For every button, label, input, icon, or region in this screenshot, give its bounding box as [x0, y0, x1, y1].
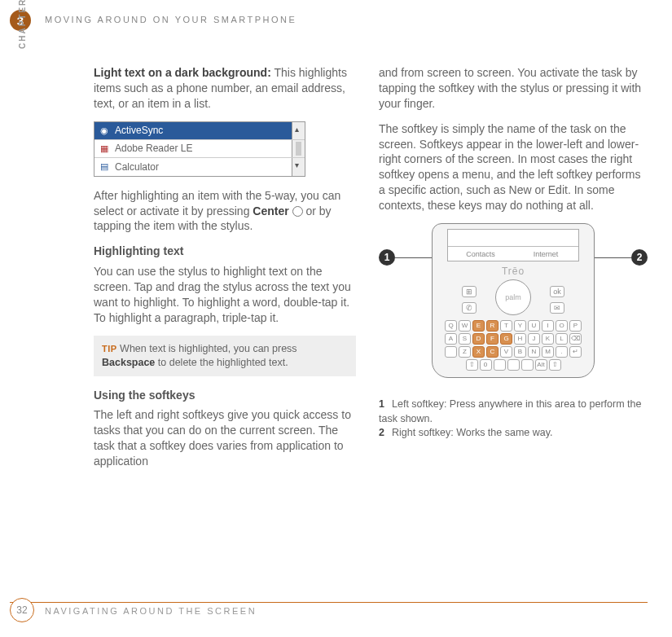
center-button-icon [292, 206, 303, 217]
device-keyboard: QWERTYUIOP ASDFGHJKL⌫ ZXCVBNM.↵ ⇧0Alt⇧ [442, 320, 584, 372]
keyboard-key: . [556, 346, 568, 358]
left-column: Light text on a dark background: This hi… [94, 65, 356, 479]
keyboard-key: ↵ [569, 346, 582, 358]
chapter-vertical-label: CHAPTER [18, 0, 27, 49]
legend-item: 2Right softkey: Works the same way. [379, 426, 648, 441]
device-illustration: Contacts Internet Trēo ⊞ ok ✆ ✉ palm QWE… [432, 223, 595, 378]
ok-key: ok [550, 286, 564, 297]
para-light-text: Light text on a dark background: This hi… [94, 65, 356, 112]
pdf-icon: ▦ [98, 142, 111, 155]
subhead-highlighting: Highlighting text [94, 244, 356, 259]
softkey-right-label: Internet [513, 247, 578, 261]
footer-section: NAVIGATING AROUND THE SCREEN [45, 606, 257, 616]
device-brand: Trēo [433, 265, 594, 278]
keyboard-key: A [445, 333, 457, 345]
windows-key-icon: ⊞ [462, 286, 477, 297]
para-softkey-desc: The softkey is simply the name of the ta… [379, 121, 648, 213]
list-item: ◉ ActiveSync [94, 122, 305, 140]
para-after-highlight: After highlighting an item with the 5-wa… [94, 188, 356, 235]
keyboard-key: N [528, 346, 540, 358]
bold-lead: Light text on a dark background: [94, 66, 271, 79]
keyboard-key: J [528, 333, 540, 345]
callout-2: 2 [631, 249, 648, 266]
keyboard-key: R [486, 320, 499, 332]
keyboard-key [494, 359, 506, 371]
keyboard-key: S [459, 333, 471, 345]
keyboard-key: L [556, 333, 568, 345]
tip-box: TIP When text is highlighted, you can pr… [94, 336, 356, 376]
phone-key-icon: ✆ [462, 302, 477, 314]
device-figure: 1 2 Contacts Internet Trēo ⊞ ok ✆ ✉ palm [379, 223, 648, 386]
keyboard-key: Z [459, 346, 471, 358]
figure-legend: 1Left softkey: Press anywhere in this ar… [379, 398, 648, 441]
para-softkeys: The left and right softkeys give you qui… [94, 407, 356, 469]
keyboard-key: E [472, 320, 485, 332]
keyboard-key: I [542, 320, 554, 332]
softkey-left-label: Contacts [448, 247, 513, 261]
legend-item: 1Left softkey: Press anywhere in this ar… [379, 398, 648, 426]
keyboard-key [507, 359, 520, 371]
keyboard-key: D [472, 333, 485, 345]
keyboard-key: U [528, 320, 540, 332]
calculator-icon: ▤ [98, 160, 111, 174]
para-continue: and from screen to screen. You activate … [379, 65, 648, 112]
keyboard-key: W [459, 320, 471, 332]
app-listbox: ◉ ActiveSync ▦ Adobe Reader LE ▤ Calcula… [94, 121, 305, 177]
keyboard-key: M [542, 346, 554, 358]
running-head: MOVING AROUND ON YOUR SMARTPHONE [45, 15, 296, 24]
mail-key-icon: ✉ [550, 302, 564, 314]
keyboard-key: Y [514, 320, 526, 332]
scroll-up-icon [292, 122, 305, 139]
five-way-nav: palm [495, 279, 531, 315]
subhead-softkeys: Using the softkeys [94, 388, 356, 403]
keyboard-key: Alt [535, 359, 547, 371]
keyboard-key: O [556, 320, 568, 332]
scroll-down-icon [292, 158, 305, 176]
keyboard-key: ⇧ [549, 359, 561, 371]
keyboard-key: V [500, 346, 512, 358]
keyboard-key [445, 346, 457, 358]
keyboard-key: ⇧ [466, 359, 478, 371]
footer-rule [10, 602, 648, 603]
keyboard-key: C [486, 346, 499, 358]
tip-label: TIP [102, 344, 117, 354]
keyboard-key: G [500, 333, 512, 345]
keyboard-key: T [500, 320, 512, 332]
keyboard-key: Q [445, 320, 457, 332]
scroll-track [292, 140, 305, 157]
device-screen: Contacts Internet [447, 229, 579, 261]
keyboard-key: K [542, 333, 554, 345]
sync-icon: ◉ [98, 124, 111, 137]
keyboard-key [521, 359, 534, 371]
keyboard-key: F [486, 333, 499, 345]
list-item: ▤ Calculator [94, 158, 305, 176]
keyboard-key: B [514, 346, 526, 358]
para-highlighting: You can use the stylus to highlight text… [94, 264, 356, 326]
callout-1: 1 [379, 249, 395, 266]
right-column: and from screen to screen. You activate … [379, 65, 648, 479]
list-item: ▦ Adobe Reader LE [94, 140, 305, 158]
keyboard-key: ⌫ [569, 333, 582, 345]
keyboard-key: X [472, 346, 485, 358]
keyboard-key: H [514, 333, 526, 345]
page-number-badge: 32 [10, 598, 34, 622]
keyboard-key: 0 [480, 359, 492, 371]
keyboard-key: P [569, 320, 582, 332]
